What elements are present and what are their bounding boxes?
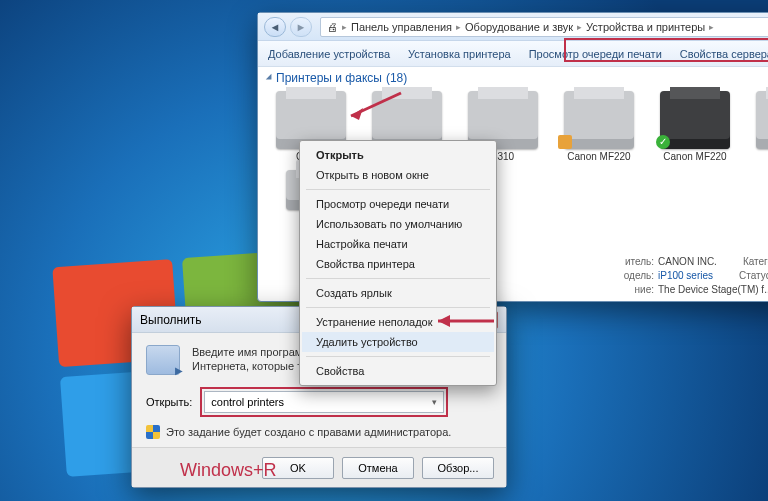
run-icon [146,345,180,375]
cmd-server-props[interactable]: Свойства сервера печат [680,48,768,60]
breadcrumb[interactable]: 🖨 ▸ Панель управления ▸ Оборудование и з… [320,17,768,37]
chevron-right-icon: ▸ [577,22,582,32]
cmd-add-printer[interactable]: Установка принтера [408,48,511,60]
annotation-highlight: control printers ▾ [200,387,448,417]
ctx-remove-device[interactable]: Удалить устройство [302,332,494,352]
cancel-button[interactable]: Отмена [342,457,414,479]
detail-label: итель: [606,255,654,269]
detail-label: Статус: [739,270,768,281]
ctx-printer-properties[interactable]: Свойства принтера [302,254,494,274]
ctx-troubleshoot[interactable]: Устранение неполадок [302,312,494,332]
detail-label: ние: [606,283,654,297]
devices-icon: 🖨 [327,21,338,33]
ctx-open-new-window[interactable]: Открыть в новом окне [302,165,494,185]
detail-label: одель: [606,269,654,283]
detail-label: Категория: [743,256,768,267]
printer-label: Canon MF220 [663,151,726,162]
ctx-properties[interactable]: Свойства [302,361,494,381]
detail-value[interactable]: iP100 series [658,270,713,281]
overlay-icon [558,135,572,149]
hotkey-annotation: Windows+R [180,460,277,481]
printer-label: Canon MF220 [567,151,630,162]
open-label: Открыть: [146,396,192,408]
default-check-icon: ✓ [656,135,670,149]
nav-back-button[interactable]: ◄ [264,17,286,37]
section-title: Принтеры и факсы [276,71,382,85]
chevron-right-icon: ▸ [709,22,714,32]
browse-button[interactable]: Обзор... [422,457,494,479]
details-pane: итель:CANON INC.Категория:Принтер одель:… [606,255,768,297]
command-bar: Добавление устройства Установка принтера… [258,41,768,67]
cmd-add-device[interactable]: Добавление устройства [268,48,390,60]
breadcrumb-l3[interactable]: Устройства и принтеры [586,21,705,33]
ctx-set-default[interactable]: Использовать по умолчанию [302,214,494,234]
ctx-view-queue[interactable]: Просмотр очереди печати [302,194,494,214]
chevron-down-icon [266,74,274,82]
breadcrumb-root[interactable]: Панель управления [351,21,452,33]
section-count: (18) [386,71,407,85]
chevron-right-icon: ▸ [456,22,461,32]
uac-shield-icon [146,425,160,439]
detail-value: The Device Stage(TM) f... [658,284,768,295]
chevron-down-icon[interactable]: ▾ [432,397,437,407]
printer-item[interactable]: ✓Canon MF220 [650,91,740,162]
run-command-input[interactable]: control printers ▾ [204,391,444,413]
printer-item[interactable]: Canon MF220 [554,91,644,162]
printer-item[interactable]: Canon [746,91,768,162]
admin-note: Это задание будет создано с правами адми… [166,426,451,438]
run-title-text: Выполнить [140,313,202,327]
nav-forward-button[interactable]: ► [290,17,312,37]
titlebar[interactable]: ◄ ► 🖨 ▸ Панель управления ▸ Оборудование… [258,13,768,41]
ctx-create-shortcut[interactable]: Создать ярлык [302,283,494,303]
chevron-right-icon: ▸ [342,22,347,32]
run-command-value: control printers [211,396,284,408]
context-menu: Открыть Открыть в новом окне Просмотр оч… [299,140,497,386]
detail-value: CANON INC. [658,256,717,267]
cmd-view-queue[interactable]: Просмотр очереди печати [529,48,662,60]
ctx-open[interactable]: Открыть [302,145,494,165]
section-header[interactable]: Принтеры и факсы (18) [258,67,768,87]
ctx-printing-preferences[interactable]: Настройка печати [302,234,494,254]
breadcrumb-l2[interactable]: Оборудование и звук [465,21,573,33]
